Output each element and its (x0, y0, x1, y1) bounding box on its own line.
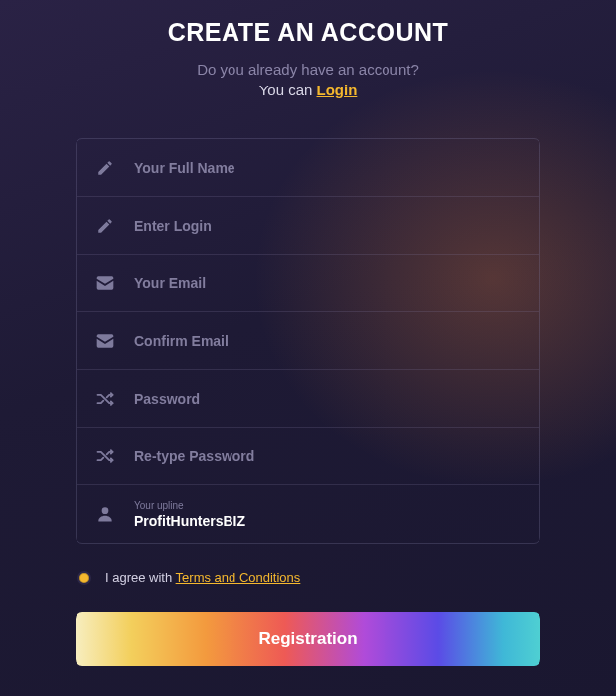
agree-row: I agree with Terms and Conditions (76, 570, 540, 585)
shuffle-icon (94, 445, 116, 467)
confirm-email-input[interactable] (134, 333, 522, 349)
registration-button[interactable]: Registration (76, 612, 540, 666)
password-input[interactable] (134, 391, 522, 407)
agree-text: I agree with Terms and Conditions (105, 570, 300, 585)
subtitle-login-prompt: You can Login (259, 82, 358, 98)
svg-point-0 (102, 507, 109, 514)
shuffle-icon (94, 388, 116, 410)
registration-form: Your upline ProfitHuntersBIZ (76, 138, 540, 544)
field-password (77, 370, 539, 428)
upline-label: Your upline (134, 500, 184, 511)
field-confirm-email (77, 312, 539, 370)
mail-icon (94, 330, 116, 352)
retype-password-input[interactable] (134, 448, 522, 464)
field-login (77, 197, 539, 255)
agree-radio[interactable] (77, 571, 91, 585)
field-email (77, 255, 539, 312)
page-title: CREATE AN ACCOUNT (168, 18, 449, 47)
email-input[interactable] (134, 275, 522, 291)
login-input[interactable] (134, 218, 522, 234)
subtitle-existing-account: Do you already have an account? (197, 61, 418, 78)
you-can-text: You can (259, 82, 317, 98)
field-retype-password (77, 428, 539, 485)
pencil-icon (94, 215, 116, 237)
field-upline: Your upline ProfitHuntersBIZ (77, 485, 539, 543)
pencil-icon (94, 157, 116, 179)
person-icon (94, 503, 116, 525)
upline-value: ProfitHuntersBIZ (134, 513, 245, 529)
login-link[interactable]: Login (317, 82, 358, 98)
terms-link[interactable]: Terms and Conditions (176, 570, 301, 585)
mail-icon (94, 272, 116, 294)
field-fullname (77, 139, 539, 197)
agree-prefix: I agree with (105, 570, 176, 585)
fullname-input[interactable] (134, 160, 522, 176)
